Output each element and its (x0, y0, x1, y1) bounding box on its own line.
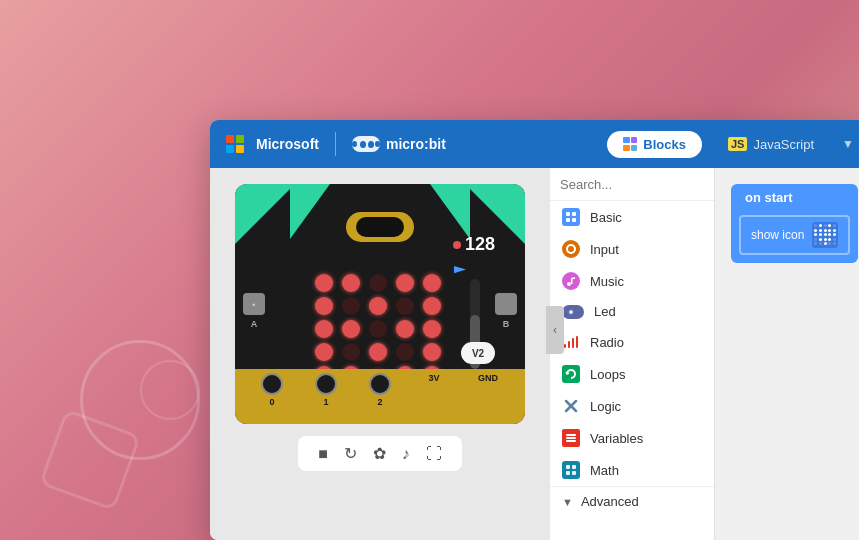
svg-rect-1 (572, 212, 576, 216)
microbit-label: micro:bit (386, 136, 446, 152)
gpio-row: 0123VGND (235, 369, 525, 424)
mute-button[interactable]: ♪ (402, 445, 410, 463)
toolbox-label-math: Math (590, 463, 619, 478)
toolbox-item-music[interactable]: Music (550, 265, 714, 297)
icon-grid-dot (814, 229, 817, 232)
icon-grid-dot (833, 233, 836, 236)
svg-rect-12 (576, 336, 578, 348)
icon-grid-dot (814, 242, 817, 245)
gpio-circle (315, 373, 337, 395)
microbit-icon (352, 136, 380, 152)
temp-dot-icon (453, 241, 461, 249)
toolbox-item-math[interactable]: Math (550, 454, 714, 486)
show-icon-block[interactable]: show icon (739, 215, 850, 255)
debug-button[interactable]: ✿ (373, 444, 386, 463)
button-b[interactable]: B (495, 293, 517, 315)
toolbox-panel: 🔍 BasicInputMusicLedRadioLoopsLogicVaria… (550, 168, 715, 540)
led-dot (315, 297, 333, 315)
svg-rect-0 (566, 212, 570, 216)
toolbox-item-advanced[interactable]: ▼ Advanced (550, 486, 714, 516)
toolbox-list: BasicInputMusicLedRadioLoopsLogicVariabl… (550, 201, 714, 540)
led-dot (396, 343, 414, 361)
toolbox-icon-math (562, 461, 580, 479)
blocks-button[interactable]: Blocks (607, 131, 702, 158)
blocks-label: Blocks (643, 137, 686, 152)
blocks-icon (623, 137, 637, 151)
svg-rect-18 (566, 465, 570, 469)
icon-grid-dot (833, 229, 836, 232)
led-dot (423, 297, 441, 315)
led-dot (396, 274, 414, 292)
toolbox-label-logic: Logic (590, 399, 621, 414)
toolbox-item-loops[interactable]: Loops (550, 358, 714, 390)
toolbox-label-music: Music (590, 274, 624, 289)
gpio-label: 2 (377, 397, 382, 407)
restart-button[interactable]: ↻ (344, 444, 357, 463)
toolbox-item-logic[interactable]: Logic (550, 390, 714, 422)
notch-left (290, 184, 330, 239)
button-a[interactable]: ▪ A (243, 293, 265, 315)
gpio-label: 1 (323, 397, 328, 407)
icon-grid-dot (828, 238, 831, 241)
icon-grid-dot (824, 224, 827, 227)
svg-rect-3 (572, 218, 576, 222)
javascript-button[interactable]: JS JavaScript (714, 131, 828, 158)
microbit-logo: micro:bit (352, 136, 446, 152)
led-dot (423, 343, 441, 361)
toolbox-item-variables[interactable]: Variables (550, 422, 714, 454)
gpio-pin-2: 2 (353, 369, 407, 407)
brand-label: Microsoft (256, 136, 319, 152)
toolbox-icon-led (562, 305, 584, 319)
toolbox-label-loops: Loops (590, 367, 625, 382)
icon-grid-dot (824, 229, 827, 232)
led-dot (315, 274, 333, 292)
corner-decoration-left (235, 184, 295, 244)
gpio-circle (261, 373, 283, 395)
on-start-header: on start (731, 184, 858, 211)
chevron-down-icon: ▼ (842, 137, 854, 151)
svg-rect-20 (566, 471, 570, 475)
gpio-label: GND (478, 373, 498, 383)
stop-button[interactable]: ■ (318, 445, 328, 463)
toolbox-item-basic[interactable]: Basic (550, 201, 714, 233)
fullscreen-button[interactable]: ⛶ (426, 445, 442, 463)
collapse-button[interactable]: ‹ (546, 306, 564, 354)
toolbox-icon-music (562, 272, 580, 290)
search-input[interactable] (560, 177, 728, 192)
icon-grid-dot (828, 242, 831, 245)
icon-grid-dot (819, 238, 822, 241)
toolbox-item-input[interactable]: Input (550, 233, 714, 265)
icon-grid-dot (824, 233, 827, 236)
header-divider (335, 132, 336, 156)
js-label: JavaScript (753, 137, 814, 152)
simulator-controls: ■ ↻ ✿ ♪ ⛶ (298, 436, 462, 471)
content-area: 128 V2 ▪ A (210, 168, 859, 540)
toolbox-label-radio: Radio (590, 335, 624, 350)
icon-grid-dot (833, 224, 836, 227)
toolbox-item-led[interactable]: Led (550, 297, 714, 326)
toolbox-item-label: Advanced (581, 494, 639, 509)
toolbox-label-led: Led (594, 304, 616, 319)
simulator-panel: 128 V2 ▪ A (210, 168, 550, 540)
on-start-block: on start show icon (731, 184, 858, 263)
icon-grid-dot (824, 242, 827, 245)
bg-decoration-circle-sm (140, 360, 200, 420)
svg-rect-19 (572, 465, 576, 469)
svg-rect-2 (566, 218, 570, 222)
icon-grid-dot (814, 238, 817, 241)
led-dot (369, 320, 387, 338)
led-dot (342, 274, 360, 292)
led-dot (342, 320, 360, 338)
toolbox-item-radio[interactable]: Radio (550, 326, 714, 358)
workspace-panel: on start show icon (715, 168, 859, 540)
gpio-pin-3V: 3V (407, 369, 461, 383)
icon-grid-dot (819, 242, 822, 245)
toolbox-icon-loops (562, 365, 580, 383)
on-start-body: show icon (731, 211, 858, 263)
toolbox-icon-basic (562, 208, 580, 226)
svg-point-5 (567, 282, 571, 286)
microsoft-logo (226, 135, 244, 153)
svg-rect-16 (566, 437, 576, 439)
header-bar: Microsoft micro:bit Blocks JS JavaScript… (210, 120, 859, 168)
toolbox-icon-input (562, 240, 580, 258)
